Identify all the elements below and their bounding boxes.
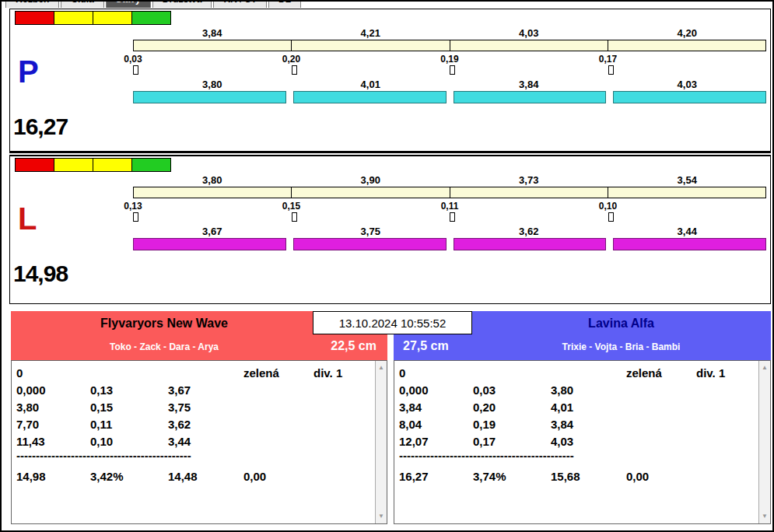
dog-run-bar bbox=[293, 91, 447, 103]
lane-letter-l: L bbox=[18, 201, 37, 236]
changeover-time: 0,10 bbox=[599, 201, 617, 212]
log-totals-row: 14,98 3,42% 14,48 0,00 bbox=[16, 468, 387, 485]
log-light-status: zelená bbox=[243, 365, 313, 382]
red-light bbox=[16, 12, 54, 24]
tab-stavy[interactable]: Stavy bbox=[106, 2, 151, 8]
changeover-tick bbox=[292, 65, 297, 75]
log-total-penalty: 0,00 bbox=[626, 468, 696, 485]
log-cell: 0,000 bbox=[399, 382, 473, 399]
split-time-top: 3,54 bbox=[608, 174, 767, 186]
log-total-penalty: 0,00 bbox=[243, 468, 313, 485]
changeover-time: 0,11 bbox=[441, 201, 459, 212]
log-row: 3,80 0,15 3,75 bbox=[16, 399, 387, 416]
scroll-up-icon[interactable]: ▲ bbox=[759, 362, 770, 373]
changeover-row: 0,03 0,20 0,19 0,17 bbox=[133, 54, 766, 64]
run-time: 3,80 bbox=[133, 79, 292, 90]
log-cell: 11,43 bbox=[16, 433, 90, 450]
log-scrollbar[interactable]: ▲ ▼ bbox=[758, 361, 770, 523]
dog-run-bar bbox=[133, 238, 286, 250]
changeover-tick bbox=[292, 212, 297, 222]
red-light bbox=[16, 159, 54, 171]
split-time-top: 4,21 bbox=[292, 27, 450, 39]
log-start-flag: 0 bbox=[16, 365, 90, 382]
tab-rozbeh[interactable]: Rozběh bbox=[5, 2, 59, 8]
log-cell: 3,75 bbox=[168, 399, 243, 416]
tab-strip: Rozběh Čidla Stavy Družstva RK / ST DL bbox=[5, 2, 503, 8]
log-cell-empty bbox=[626, 399, 696, 416]
yellow-light-1 bbox=[54, 159, 93, 171]
run-times-row: 3,80 4,01 3,84 4,03 bbox=[133, 79, 766, 90]
team-log-left[interactable]: 0 zelená div. 1 0,000 0,13 3,67 3,80 0,1… bbox=[11, 360, 387, 524]
log-light-status: zelená bbox=[626, 365, 696, 382]
log-cell: 3,62 bbox=[168, 416, 243, 433]
tab-cidla[interactable]: Čidla bbox=[61, 2, 103, 8]
run-time: 3,62 bbox=[450, 226, 608, 237]
dog-run-bar bbox=[613, 238, 766, 250]
scroll-down-icon[interactable]: ▼ bbox=[376, 511, 387, 522]
run-bars-row bbox=[133, 91, 766, 103]
log-cell: 3,80 bbox=[16, 399, 90, 416]
yellow-light-2 bbox=[93, 12, 132, 24]
log-start-flag: 0 bbox=[399, 365, 473, 382]
log-cell-empty bbox=[626, 382, 696, 399]
app-window: Rozběh Čidla Stavy Družstva RK / ST DL P… bbox=[0, 0, 774, 532]
lane-chart-p: 3,84 4,21 4,03 4,20 0,03 0,20 0,19 0,17 bbox=[133, 9, 766, 151]
log-cell-empty bbox=[243, 399, 313, 416]
dog-run-bar bbox=[454, 238, 607, 250]
log-row: 8,04 0,19 3,84 bbox=[399, 416, 770, 433]
lane-panel-p: P 16,27 3,84 4,21 4,03 4,20 0,03 0,20 0,… bbox=[9, 9, 771, 153]
split-time-top: 3,80 bbox=[133, 174, 292, 186]
log-cell: 0,13 bbox=[90, 382, 168, 399]
jump-height: 22,5 cm bbox=[331, 339, 376, 353]
lane-chart-l: 3,80 3,90 3,73 3,54 0,13 0,15 0,11 0,10 bbox=[133, 156, 766, 303]
log-cell: 4,01 bbox=[551, 399, 626, 416]
log-cell-empty bbox=[243, 382, 313, 399]
track-segment bbox=[450, 40, 608, 51]
log-cell-empty bbox=[168, 365, 243, 382]
split-time-top: 3,84 bbox=[133, 27, 292, 39]
log-row: 11,43 0,10 3,44 bbox=[16, 433, 387, 450]
log-row: 12,07 0,17 4,03 bbox=[399, 433, 770, 450]
log-cell: 3,80 bbox=[551, 382, 626, 399]
track-segment bbox=[134, 40, 292, 51]
dog-run-bar bbox=[133, 91, 286, 103]
scroll-down-icon[interactable]: ▼ bbox=[759, 511, 770, 522]
log-cell: 0,10 bbox=[90, 433, 168, 450]
log-status-row: 0 zelená div. 1 bbox=[16, 365, 387, 382]
log-cell: 0,000 bbox=[16, 382, 90, 399]
team-log-right[interactable]: 0 zelená div. 1 0,000 0,03 3,80 3,84 0,2… bbox=[394, 360, 771, 524]
log-cell-empty bbox=[473, 365, 551, 382]
run-time: 4,01 bbox=[292, 79, 450, 90]
track-segment bbox=[450, 187, 608, 198]
log-total-percent: 3,42% bbox=[90, 468, 168, 485]
tab-druzstva[interactable]: Družstva bbox=[152, 2, 212, 8]
split-time-top: 3,90 bbox=[292, 174, 450, 186]
teams-footer: Flyvaryors New Wave Toko - Zack - Dara -… bbox=[9, 311, 771, 526]
lane-panel-l: L 14,98 3,80 3,90 3,73 3,54 0,13 0,15 0,… bbox=[9, 155, 771, 304]
scroll-up-icon[interactable]: ▲ bbox=[376, 362, 387, 373]
jump-height: 27,5 cm bbox=[403, 339, 449, 353]
log-cell: 3,84 bbox=[551, 416, 626, 433]
log-cell: 7,70 bbox=[16, 416, 90, 433]
log-cell-empty bbox=[626, 416, 696, 433]
changeover-tick bbox=[608, 65, 614, 75]
yellow-light-2 bbox=[93, 159, 132, 171]
split-time-top: 4,20 bbox=[608, 27, 767, 39]
team-members: Trixie - Vojta - Bria - Bambi bbox=[394, 341, 771, 352]
log-divider: ----------------------------------------… bbox=[16, 450, 387, 464]
log-cell: 3,44 bbox=[168, 433, 243, 450]
log-scrollbar[interactable]: ▲ ▼ bbox=[375, 361, 387, 523]
run-times-row: 3,67 3,75 3,62 3,44 bbox=[133, 226, 766, 237]
changeover-time: 0,20 bbox=[282, 54, 300, 65]
changeover-time: 0,13 bbox=[124, 201, 142, 212]
log-cell: 0,17 bbox=[473, 433, 551, 450]
log-row: 0,000 0,03 3,80 bbox=[399, 382, 770, 399]
changeover-time: 0,19 bbox=[440, 54, 458, 65]
log-totals-row: 16,27 3,74% 15,68 0,00 bbox=[399, 468, 770, 485]
log-cell-empty bbox=[90, 365, 168, 382]
team-subheader: Toko - Zack - Dara - Arya 22,5 cm bbox=[11, 336, 387, 360]
tab-rk-st[interactable]: RK / ST bbox=[213, 2, 267, 8]
track-segment bbox=[608, 187, 765, 198]
yellow-light-1 bbox=[54, 12, 93, 24]
tab-dl[interactable]: DL bbox=[268, 2, 301, 8]
